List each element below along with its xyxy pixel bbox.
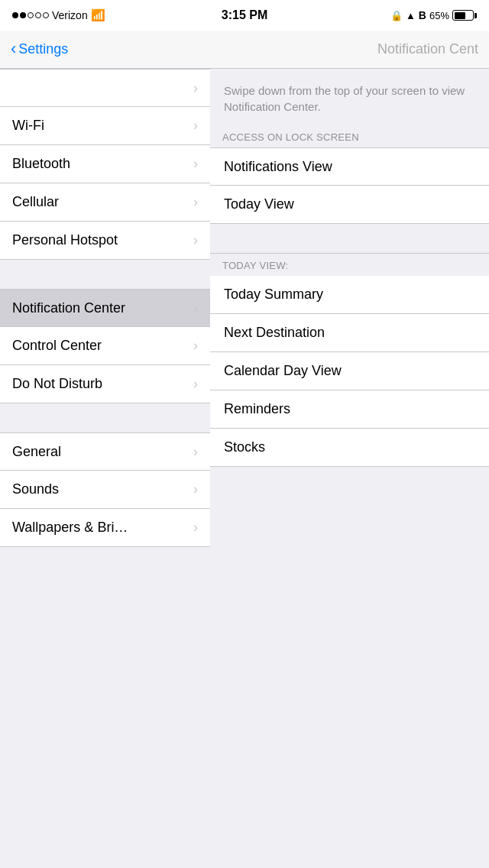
sidebar-item-control-center[interactable]: Control Center › xyxy=(0,327,210,365)
right-item-stocks[interactable]: Stocks xyxy=(210,429,489,467)
sidebar-item-wallpapers[interactable]: Wallpapers & Bri… › xyxy=(0,509,210,547)
right-item-reminders[interactable]: Reminders xyxy=(210,390,489,429)
right-item-next-destination[interactable]: Next Destination xyxy=(210,314,489,352)
sidebar-item-cellular[interactable]: Cellular › xyxy=(0,183,210,222)
sidebar-item-wifi[interactable]: Wi-Fi › xyxy=(0,107,210,145)
chevron-icon: › xyxy=(193,194,198,210)
chevron-icon: › xyxy=(193,156,198,172)
chevron-icon: › xyxy=(193,481,198,497)
lock-screen-header: ACCESS ON LOCK SCREEN xyxy=(210,125,489,147)
bluetooth-icon: B xyxy=(419,9,426,21)
right-item-today-summary[interactable]: Today Summary xyxy=(210,276,489,314)
sidebar: › Wi-Fi › Bluetooth › Cellular › Persona… xyxy=(0,69,210,868)
signal-icon xyxy=(12,12,49,18)
chevron-icon: › xyxy=(193,376,198,392)
chevron-icon: › xyxy=(193,520,198,536)
chevron-icon: › xyxy=(193,338,198,354)
wifi-icon: 📶 xyxy=(91,8,105,22)
status-right: 🔒 ▲ B 65% xyxy=(390,9,477,21)
description-box: Swipe down from the top of your screen t… xyxy=(210,69,489,125)
right-item-notifications-view[interactable]: Notifications View xyxy=(210,147,489,186)
back-button[interactable]: ‹ Settings xyxy=(0,40,79,59)
sidebar-item-do-not-disturb[interactable]: Do Not Disturb › xyxy=(0,365,210,403)
back-label: Settings xyxy=(18,41,68,57)
right-item-calendar-day-view[interactable]: Calendar Day View xyxy=(210,352,489,390)
right-item-today-view[interactable]: Today View xyxy=(210,186,489,224)
chevron-icon: › xyxy=(193,118,198,134)
battery-icon xyxy=(452,10,477,21)
status-bar: Verizon 📶 3:15 PM 🔒 ▲ B 65% xyxy=(0,0,489,31)
right-panel-inner: Swipe down from the top of your screen t… xyxy=(210,69,489,467)
chevron-icon: › xyxy=(193,232,198,248)
chevron-icon: › xyxy=(193,444,198,460)
right-panel: Swipe down from the top of your screen t… xyxy=(210,69,489,868)
sidebar-item-cropped[interactable]: › xyxy=(0,69,210,107)
battery-percent: 65% xyxy=(429,10,449,21)
location-icon: ▲ xyxy=(406,10,416,21)
sidebar-gap-1 xyxy=(0,260,210,289)
section-gap xyxy=(210,224,489,253)
sidebar-item-bluetooth[interactable]: Bluetooth › xyxy=(0,145,210,183)
status-time: 3:15 PM xyxy=(222,8,267,22)
sidebar-item-sounds[interactable]: Sounds › xyxy=(0,471,210,509)
sidebar-item-general[interactable]: General › xyxy=(0,432,210,471)
chevron-icon: › xyxy=(193,300,198,316)
status-left: Verizon 📶 xyxy=(12,8,105,22)
description-text: Swipe down from the top of your screen t… xyxy=(224,84,465,113)
carrier-label: Verizon xyxy=(52,9,88,21)
nav-right-title: Notification Cent xyxy=(377,41,489,57)
main-layout: › Wi-Fi › Bluetooth › Cellular › Persona… xyxy=(0,69,489,868)
sidebar-item-notification-center[interactable]: Notification Center › xyxy=(0,289,210,327)
sidebar-item-hotspot[interactable]: Personal Hotspot › xyxy=(0,222,210,260)
chevron-icon: › xyxy=(193,80,198,96)
lock-icon: 🔒 xyxy=(390,10,403,21)
nav-bar: ‹ Settings Notification Cent xyxy=(0,31,489,69)
back-chevron-icon: ‹ xyxy=(11,39,16,59)
today-view-header: TODAY VIEW: xyxy=(210,253,489,276)
sidebar-gap-2 xyxy=(0,403,210,432)
